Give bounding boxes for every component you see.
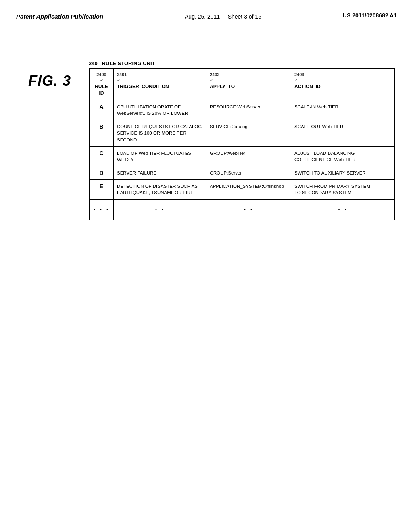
- table-row: E DETECTION OF DISASTER SUCH ASEARTHQUAK…: [90, 180, 394, 200]
- row-d-action: SWITCH TO AUXILIARY SERVER: [291, 166, 394, 179]
- col-action-header: 2403 ↙ ACTION_ID: [291, 69, 394, 100]
- row-e-id: E: [90, 180, 114, 199]
- col3-header: APPLY_TO: [210, 84, 235, 89]
- table-dots-row: · · · · · · · · ·: [90, 200, 394, 220]
- col-rule-id-header: 2400 ↙ RULEID: [90, 69, 114, 100]
- col1-arrow: ↙: [100, 78, 103, 82]
- rule-table: 2400 ↙ RULEID 2401 ↙ TRIGGER_CONDITION 2…: [89, 68, 395, 220]
- date-text: Aug. 25, 2011: [185, 13, 220, 20]
- row-a-apply: RESOURCE:WebServer: [206, 100, 291, 120]
- sheet-text: Sheet 3 of 15: [228, 13, 261, 20]
- patent-number: US 2011/0208682 A1: [343, 12, 397, 19]
- row-e-trigger: DETECTION OF DISASTER SUCH ASEARTHQUAKE,…: [114, 180, 206, 199]
- row-b-action: SCALE-OUT Web TIER: [291, 120, 394, 146]
- row-c-apply: GROUP:WebTier: [206, 147, 291, 166]
- col3-number: 2402: [210, 72, 219, 77]
- row-e-action: SWITCH FROM PRIMARY SYSTEMTO SECONDARY S…: [291, 180, 394, 199]
- row-c-action: ADJUST LOAD-BALANCINGCOEFFICIENT OF Web …: [291, 147, 394, 166]
- col4-arrow: ↙: [294, 78, 298, 82]
- row-d-id: D: [90, 166, 114, 179]
- row-d-trigger: SERVER FAILURE: [114, 166, 206, 179]
- dots-id: · · ·: [90, 200, 114, 220]
- row-a-action: SCALE-IN Web TIER: [291, 100, 394, 120]
- page-header: Patent Application Publication Aug. 25, …: [0, 0, 413, 25]
- col2-arrow: ↙: [117, 78, 120, 82]
- row-b-apply: SERVICE:Caralog: [206, 120, 291, 146]
- col3-arrow: ↙: [210, 78, 213, 82]
- col4-number: 2403: [294, 72, 304, 77]
- publication-text: Patent Application Publication: [16, 13, 103, 20]
- row-a-trigger: CPU UTILIZATION ORATE OFWebServer#1 IS 2…: [114, 100, 206, 120]
- col-trigger-header: 2401 ↙ TRIGGER_CONDITION: [114, 69, 206, 100]
- row-b-trigger: COUNT OF REQUESTS FOR CATALOGSERVICE IS …: [114, 120, 206, 146]
- unit-label: 240 RULE STORING UNIT: [89, 60, 397, 66]
- dots-apply: · ·: [206, 200, 291, 220]
- unit-number: 240: [89, 60, 98, 66]
- row-e-apply: APPLICATION_SYSTEM:Onlinshop: [206, 180, 291, 199]
- main-content: 240 RULE STORING UNIT 2400 ↙ RULEID 2401…: [89, 60, 397, 220]
- unit-name: RULE STORING UNIT: [102, 60, 155, 66]
- dots-trigger: · ·: [114, 200, 206, 220]
- col2-number: 2401: [117, 72, 127, 77]
- col2-header: TRIGGER_CONDITION: [117, 84, 169, 89]
- row-c-trigger: LOAD OF Web TIER FLUCTUATES WILDLY: [114, 147, 206, 166]
- dots-action: · ·: [291, 200, 394, 220]
- col1-number: 2400: [96, 72, 106, 77]
- table-row: C LOAD OF Web TIER FLUCTUATES WILDLY GRO…: [90, 147, 394, 166]
- col1-header: RULEID: [95, 84, 108, 96]
- publication-label: Patent Application Publication: [16, 12, 103, 21]
- col-apply-header: 2402 ↙ APPLY_TO: [206, 69, 291, 100]
- table-row: A CPU UTILIZATION ORATE OFWebServer#1 IS…: [90, 100, 394, 120]
- row-c-id: C: [90, 147, 114, 166]
- table-header-row: 2400 ↙ RULEID 2401 ↙ TRIGGER_CONDITION 2…: [90, 69, 394, 100]
- date-sheet-label: Aug. 25, 2011 Sheet 3 of 15: [185, 12, 261, 21]
- table-row: D SERVER FAILURE GROUP:Server SWITCH TO …: [90, 166, 394, 180]
- row-a-id: A: [90, 100, 114, 120]
- row-b-id: B: [90, 120, 114, 146]
- table-row: B COUNT OF REQUESTS FOR CATALOGSERVICE I…: [90, 120, 394, 146]
- col4-header: ACTION_ID: [294, 84, 321, 89]
- row-d-apply: GROUP:Server: [206, 166, 291, 179]
- figure-title: FIG. 3: [28, 73, 71, 89]
- patent-text: US 2011/0208682 A1: [343, 12, 397, 19]
